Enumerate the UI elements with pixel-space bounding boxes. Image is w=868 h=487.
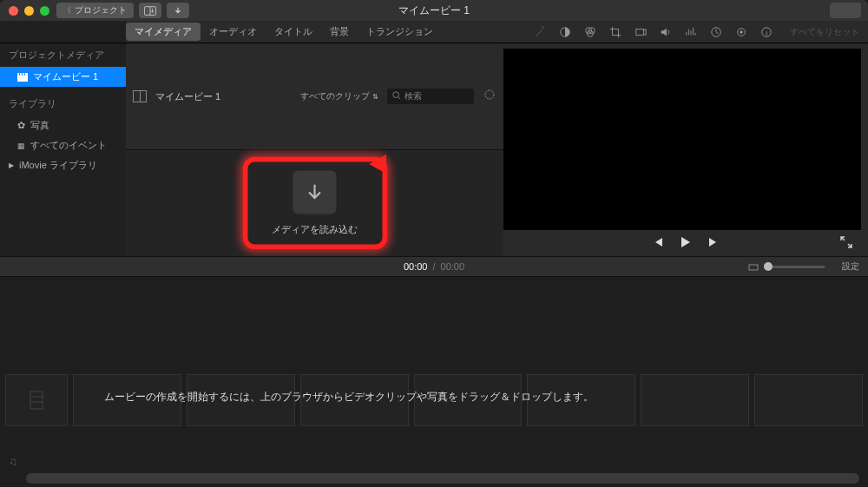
search-input[interactable]: 検索 <box>387 89 474 104</box>
import-label: メディアを読み込む <box>272 223 358 236</box>
svg-rect-16 <box>749 265 758 270</box>
crop-icon[interactable] <box>608 25 621 38</box>
share-button[interactable] <box>830 3 861 18</box>
sidebar-item-all-events[interactable]: ▦ すべてのイベント <box>0 135 126 155</box>
sidebar-item-label: マイムービー 1 <box>33 70 98 83</box>
sidebar-section-project-media: プロジェクトメディア <box>0 43 126 67</box>
timeline-placeholder[interactable] <box>5 374 68 426</box>
back-label: プロジェクト <box>75 4 127 16</box>
noise-reduction-icon[interactable] <box>684 25 697 38</box>
svg-point-13 <box>393 92 399 98</box>
enhance-icon[interactable] <box>533 25 546 38</box>
search-placeholder: 検索 <box>404 90 422 102</box>
color-correction-icon[interactable] <box>583 25 596 38</box>
list-view-toggle[interactable] <box>133 90 147 102</box>
sidebar-item-label: すべてのイベント <box>30 139 107 152</box>
sidebar: プロジェクトメディア マイムービー 1 ライブラリ ✿ 写真 ▦ すべてのイベン… <box>0 43 126 256</box>
tab-my-media[interactable]: マイメディア <box>126 23 201 41</box>
disclosure-triangle-icon[interactable]: ▶ <box>9 161 14 169</box>
thumbnail-small-icon <box>748 262 759 271</box>
search-icon <box>392 91 401 102</box>
browser-header: マイムービー 1 すべてのクリップ ⇅ 検索 <box>126 43 503 150</box>
tab-titles[interactable]: タイトル <box>266 23 321 41</box>
svg-rect-6 <box>635 29 643 35</box>
svg-text:i: i <box>766 29 767 36</box>
browser-body[interactable]: メディアを読み込む <box>126 150 503 256</box>
play-button[interactable] <box>680 236 692 251</box>
flower-icon: ✿ <box>17 120 25 131</box>
import-media-button[interactable] <box>293 171 337 214</box>
sidebar-item-my-movie[interactable]: マイムービー 1 <box>0 67 126 87</box>
svg-point-15 <box>485 90 494 99</box>
import-media-button[interactable] <box>139 3 161 18</box>
media-tabs: マイメディア オーディオ タイトル 背景 トランジション <box>126 23 442 41</box>
info-icon[interactable]: i <box>760 25 773 38</box>
current-time: 00:00 <box>404 261 428 272</box>
titlebar: 〈 プロジェクト マイムービー 1 <box>0 0 868 21</box>
close-window[interactable] <box>9 6 18 16</box>
speed-icon[interactable] <box>709 25 722 38</box>
timeline-drop-message: ムービーの作成を開始するには、上のブラウザからビデオクリップや写真をドラッグ＆ド… <box>104 390 594 405</box>
svg-rect-17 <box>30 392 43 409</box>
fullscreen-button[interactable] <box>840 236 852 251</box>
back-to-projects-button[interactable]: 〈 プロジェクト <box>56 3 134 18</box>
total-time: 00:00 <box>441 261 465 272</box>
music-note-icon: ♫ <box>9 455 17 468</box>
timeline-scrollbar[interactable] <box>26 473 859 484</box>
playback-controls <box>503 230 868 256</box>
prev-button[interactable] <box>652 236 664 250</box>
tab-backgrounds[interactable]: 背景 <box>321 23 358 41</box>
updown-icon: ⇅ <box>372 93 378 101</box>
maximize-window[interactable] <box>40 6 49 16</box>
clapper-icon <box>17 73 28 82</box>
tab-audio[interactable]: オーディオ <box>201 23 266 41</box>
stabilization-icon[interactable] <box>634 25 647 38</box>
download-button[interactable] <box>167 3 189 18</box>
svg-line-14 <box>398 97 401 100</box>
next-button[interactable] <box>707 236 720 250</box>
svg-rect-12 <box>17 76 28 82</box>
inspector-toolbar: i すべてをリセット <box>524 25 868 38</box>
chevron-left-icon: 〈 <box>63 5 71 16</box>
reset-all-button[interactable]: すべてをリセット <box>790 26 859 38</box>
sidebar-item-label: iMovie ライブラリ <box>19 159 97 172</box>
annotation-highlight: メディアを読み込む <box>242 157 387 250</box>
star-frame-icon: ▦ <box>17 141 25 150</box>
sidebar-item-imovie-library[interactable]: ▶ iMovie ライブラリ <box>0 155 126 175</box>
window-title: マイムービー 1 <box>398 3 470 18</box>
volume-icon[interactable] <box>659 25 672 38</box>
timeline[interactable]: ムービーの作成を開始するには、上のブラウザからビデオクリップや写真をドラッグ＆ド… <box>0 277 868 487</box>
clip-placeholder-icon <box>29 390 44 411</box>
tab-transitions[interactable]: トランジション <box>358 23 442 41</box>
zoom-slider[interactable] <box>748 262 825 271</box>
window-controls <box>0 6 49 16</box>
timecode-bar: 00:00 / 00:00 設定 <box>0 256 868 277</box>
content-filter-icon[interactable] <box>483 89 496 104</box>
browser-title: マイムービー 1 <box>155 90 220 103</box>
sidebar-item-label: 写真 <box>30 119 49 132</box>
timeline-placeholder[interactable] <box>754 374 863 426</box>
sidebar-section-library: ライブラリ <box>0 92 126 115</box>
clip-filter-icon[interactable] <box>734 25 747 38</box>
settings-button[interactable]: 設定 <box>842 260 859 273</box>
svg-point-9 <box>740 30 743 34</box>
minimize-window[interactable] <box>24 6 34 16</box>
timeline-placeholder[interactable] <box>641 374 749 426</box>
preview-viewer[interactable] <box>503 49 861 230</box>
tab-row: マイメディア オーディオ タイトル 背景 トランジション i すべてをリセット <box>0 21 868 43</box>
sidebar-item-photos[interactable]: ✿ 写真 <box>0 115 126 135</box>
color-balance-icon[interactable] <box>558 25 571 38</box>
clips-filter-dropdown[interactable]: すべてのクリップ ⇅ <box>300 90 378 102</box>
